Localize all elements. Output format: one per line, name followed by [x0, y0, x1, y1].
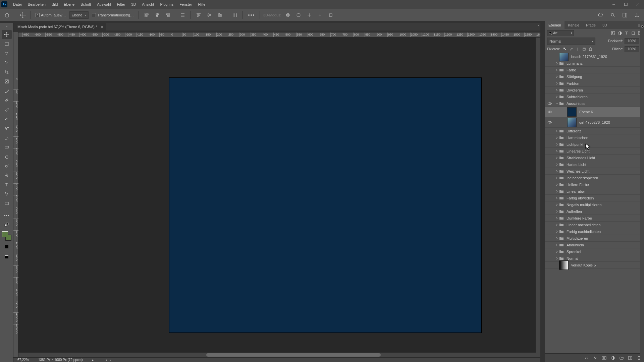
align-top-icon[interactable] [194, 11, 203, 19]
layer-row[interactable]: Hartes Licht [545, 161, 644, 168]
menu-schrift[interactable]: Schrift [77, 0, 94, 9]
layer-name[interactable]: Farbe [567, 68, 576, 72]
menu-plug-ins[interactable]: Plug-ins [157, 0, 176, 9]
cloud-docs-icon[interactable] [596, 11, 605, 19]
canvas-area[interactable] [18, 38, 540, 357]
layer-name[interactable]: Negativ multiplizieren [567, 203, 602, 207]
expand-chevron-icon[interactable] [554, 143, 559, 146]
new-layer-icon[interactable] [628, 356, 633, 360]
align-bottom-icon[interactable] [216, 11, 224, 19]
document-canvas[interactable] [169, 78, 481, 333]
menu-hilfe[interactable]: Hilfe [195, 0, 208, 9]
layer-name[interactable]: Luminanz [567, 61, 583, 65]
foreground-color-swatch[interactable] [2, 231, 8, 237]
align-left-edges-icon[interactable] [142, 11, 151, 19]
menu-bild[interactable]: Bild [49, 0, 61, 9]
expand-chevron-icon[interactable] [554, 150, 559, 153]
filter-adjust-icon[interactable] [618, 31, 622, 35]
horizontal-ruler[interactable]: -650-600-550-500-450-400-350-300-250-200… [18, 32, 540, 38]
frame-tool[interactable] [2, 77, 12, 86]
tab-3d[interactable]: 3D [599, 21, 610, 29]
expand-chevron-icon[interactable] [554, 130, 559, 132]
expand-chevron-icon[interactable] [554, 210, 559, 213]
layer-row[interactable]: Linear abw. [545, 188, 644, 195]
layer-row[interactable]: Ebene 6 [545, 107, 644, 117]
tabs-flyout-icon[interactable]: » [537, 24, 539, 27]
expand-chevron-icon[interactable] [554, 250, 559, 253]
layer-row[interactable]: Farbton [545, 80, 644, 87]
layer-filter-type[interactable]: Art ▾ [547, 30, 574, 36]
color-swatches[interactable] [2, 231, 11, 241]
marquee-tool[interactable] [2, 40, 12, 48]
type-tool[interactable] [2, 180, 12, 189]
search-icon[interactable] [608, 11, 617, 19]
layer-name[interactable]: Aufhellen [567, 209, 582, 214]
layer-thumbnail[interactable] [559, 260, 569, 270]
blend-mode-select[interactable]: Normal [547, 38, 595, 45]
expand-chevron-icon[interactable] [554, 62, 559, 65]
layer-name[interactable]: Differenz [567, 129, 581, 133]
layer-style-icon[interactable]: fx [593, 356, 598, 360]
document-info[interactable]: 1381 Px × 1080 Px (72 ppcm) [38, 358, 83, 362]
layer-mask-icon[interactable] [602, 356, 606, 360]
layer-row[interactable]: Farbig abwedeln [545, 195, 644, 201]
document-tab[interactable]: Misch Modis.psdc bei 67,2% (Ebene 6, RGB… [13, 23, 106, 31]
minimize-button[interactable] [608, 0, 620, 9]
expand-chevron-icon[interactable] [554, 190, 559, 193]
layer-row[interactable]: Aufhellen [545, 208, 644, 215]
layer-row[interactable]: Linear nachbelichten [545, 222, 644, 228]
layer-row[interactable]: beach-2179361_1920 [545, 53, 644, 60]
blur-tool[interactable] [2, 152, 12, 161]
gradient-tool[interactable] [2, 143, 12, 152]
expand-chevron-icon[interactable] [554, 75, 559, 78]
adjustment-layer-icon[interactable] [610, 356, 615, 360]
layer-name[interactable]: Lichtpunkt [567, 142, 583, 146]
expand-chevron-icon[interactable] [554, 82, 559, 85]
layer-name[interactable]: Ineinanderkopieren [567, 176, 598, 180]
lock-transparent-icon[interactable] [563, 47, 567, 51]
layer-name[interactable]: beach-2179361_1920 [571, 55, 607, 59]
tab-paths[interactable]: Pfade [583, 21, 599, 29]
expand-chevron-icon[interactable] [554, 177, 559, 179]
auto-select-checkbox[interactable]: Autom. ausw… [34, 13, 67, 17]
layer-row[interactable]: Farbig nachbelichten [545, 228, 644, 235]
layer-name[interactable]: girl-4735276_1920 [579, 120, 610, 124]
clone-stamp-tool[interactable] [2, 115, 12, 123]
layer-name[interactable]: verlauf Kopie 5 [571, 263, 596, 267]
zoom-level[interactable]: 67,22% [17, 358, 29, 362]
layer-row[interactable]: Ineinanderkopieren [545, 175, 644, 181]
menu-auswahl[interactable]: Auswahl [94, 0, 114, 9]
dodge-tool[interactable] [2, 162, 12, 170]
layer-thumbnail[interactable] [567, 107, 577, 117]
layer-name[interactable]: Lineares Licht [567, 149, 590, 153]
menu-3d[interactable]: 3D [128, 0, 139, 9]
expand-chevron-icon[interactable] [554, 136, 559, 139]
expand-chevron-icon[interactable] [554, 89, 559, 92]
filter-image-icon[interactable] [611, 31, 615, 35]
filter-shape-icon[interactable] [631, 31, 635, 35]
layer-row[interactable]: Hart mischen [545, 134, 644, 141]
home-button[interactable] [3, 11, 11, 19]
more-align-options-icon[interactable] [246, 14, 256, 16]
color-panel-icon[interactable] [641, 24, 644, 27]
layer-row[interactable]: Weiches Licht [545, 168, 644, 175]
layer-name[interactable]: Hart mischen [567, 136, 588, 140]
layer-name[interactable]: Farbig abwedeln [567, 196, 594, 200]
menu-ebene[interactable]: Ebene [61, 0, 77, 9]
distribute-h-icon[interactable] [178, 11, 187, 19]
visibility-toggle[interactable] [545, 102, 554, 105]
close-button[interactable] [632, 0, 644, 9]
align-right-edges-icon[interactable] [164, 11, 172, 19]
expand-chevron-icon[interactable] [554, 237, 559, 240]
expand-chevron-icon[interactable] [554, 217, 559, 220]
layer-row[interactable]: Subtrahieren [545, 94, 644, 100]
layer-thumbnail[interactable] [567, 118, 577, 127]
quick-select-tool[interactable] [2, 58, 12, 67]
layer-name[interactable]: Hellere Farbe [567, 183, 589, 187]
layer-name[interactable]: Dividieren [567, 88, 583, 92]
share-icon[interactable] [633, 11, 641, 19]
expand-chevron-icon[interactable] [554, 224, 559, 226]
layer-name[interactable]: Sprenkel [567, 250, 581, 254]
expand-chevron-icon[interactable] [554, 163, 559, 166]
layer-name[interactable]: Farbton [567, 81, 579, 85]
